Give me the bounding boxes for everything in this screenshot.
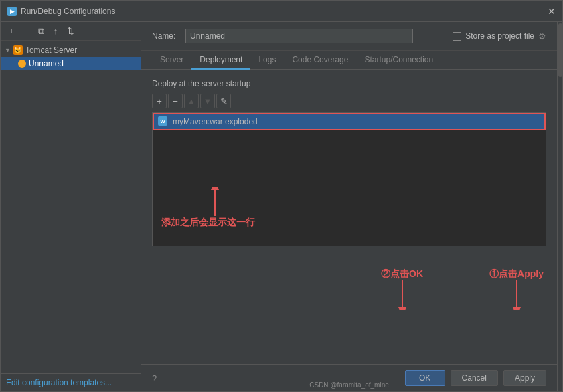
sidebar-tree: ▼ 🐱 Tomcat Server Unnamed — [1, 41, 141, 373]
title-bar: ▶ Run/Debug Configurations ✕ — [1, 1, 562, 22]
content-area: Deploy at the server startup + − ▲ ▼ ✎ — [141, 70, 557, 364]
store-project-label: Store as project file — [465, 31, 534, 41]
tab-startup-connection[interactable]: Startup/Connection — [356, 51, 441, 70]
sidebar-footer: Edit configuration templates... — [1, 373, 141, 391]
name-label: Name: — [152, 31, 179, 41]
annotation-ok: ②点击OK — [381, 268, 423, 310]
deploy-edit-button[interactable]: ✎ — [216, 94, 231, 108]
tomcat-server-group-header[interactable]: ▼ 🐱 Tomcat Server — [1, 43, 141, 57]
dialog-icon: ▶ — [7, 7, 17, 16]
dialog-title: Run/Debug Configurations — [21, 7, 115, 16]
deploy-item[interactable]: W myMaven:war exploded — [153, 113, 546, 130]
annotation-ok-text: ②点击OK — [381, 268, 423, 279]
right-panel: Name: Store as project file ⚙ Server Dep… — [141, 22, 557, 364]
annotation-add-arrow — [208, 187, 228, 219]
scroll-thumb[interactable] — [558, 23, 562, 77]
add-config-button[interactable]: + — [5, 25, 18, 38]
edit-templates-link[interactable]: Edit configuration templates... — [6, 378, 112, 387]
debug-config-icon — [18, 60, 26, 68]
annotation-apply: ①点击Apply — [489, 268, 544, 310]
watermark: CSDN @faramita_of_mine — [309, 381, 389, 389]
deploy-up-button[interactable]: ▲ — [184, 94, 199, 108]
run-debug-dialog: ▶ Run/Debug Configurations ✕ + − ⧉ ↑ ⇅ ▼… — [0, 0, 563, 392]
moveup-config-button[interactable]: ↑ — [49, 25, 62, 38]
deploy-section-label: Deploy at the server startup — [152, 79, 546, 88]
server-group: ▼ 🐱 Tomcat Server Unnamed — [1, 43, 141, 70]
cancel-button[interactable]: Cancel — [451, 370, 498, 386]
name-input[interactable] — [185, 29, 413, 43]
name-row: Name: Store as project file ⚙ — [141, 22, 557, 51]
store-project-section: Store as project file ⚙ — [453, 31, 546, 41]
tab-logs[interactable]: Logs — [250, 51, 284, 70]
bottom-bar: ? OK Cancel Apply CSDN @faramita_of_mine — [141, 364, 557, 391]
deploy-item-label: myMaven:war exploded — [173, 117, 258, 126]
deploy-toolbar: + − ▲ ▼ ✎ — [152, 94, 546, 108]
war-icon: W — [158, 116, 169, 127]
sidebar-toolbar: + − ⧉ ↑ ⇅ — [1, 22, 141, 41]
tab-code-coverage[interactable]: Code Coverage — [284, 51, 356, 70]
tomcat-icon: 🐱 — [13, 45, 23, 55]
gear-icon[interactable]: ⚙ — [538, 31, 546, 41]
tab-deployment[interactable]: Deployment — [191, 51, 250, 70]
apply-button[interactable]: Apply — [503, 370, 546, 386]
expand-arrow-icon: ▼ — [5, 47, 11, 54]
tab-server[interactable]: Server — [152, 51, 191, 70]
deploy-down-button[interactable]: ▼ — [200, 94, 215, 108]
deploy-add-button[interactable]: + — [152, 94, 167, 108]
store-project-checkbox[interactable] — [453, 32, 461, 41]
tabs-row: Server Deployment Logs Code Coverage Sta… — [141, 51, 557, 70]
annotation-apply-text: ①点击Apply — [489, 268, 544, 279]
sidebar: + − ⧉ ↑ ⇅ ▼ 🐱 Tomcat Server — [1, 22, 141, 391]
remove-config-button[interactable]: − — [19, 25, 33, 38]
ok-button[interactable]: OK — [405, 370, 445, 386]
sort-config-button[interactable]: ⇅ — [64, 25, 77, 38]
help-button[interactable]: ? — [152, 373, 157, 383]
unnamed-config-item[interactable]: Unnamed — [1, 57, 141, 70]
close-button[interactable]: ✕ — [548, 6, 556, 17]
deploy-remove-button[interactable]: − — [168, 94, 183, 108]
server-group-label: Tomcat Server — [25, 45, 77, 55]
copy-config-button[interactable]: ⧉ — [34, 25, 48, 38]
right-scrollbar[interactable] — [557, 22, 562, 391]
title-bar-left: ▶ Run/Debug Configurations — [7, 7, 115, 16]
tree-item-label: Unnamed — [29, 59, 64, 68]
main-content: + − ⧉ ↑ ⇅ ▼ 🐱 Tomcat Server — [1, 22, 562, 391]
